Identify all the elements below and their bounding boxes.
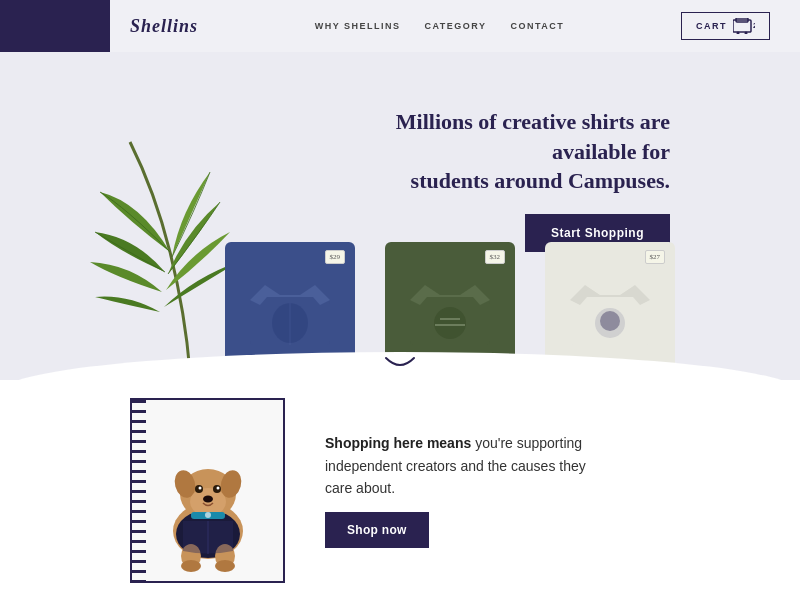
- hero-heading: Millions of creative shirts are availabl…: [390, 107, 670, 196]
- shirt-blue-image: $29: [225, 242, 355, 382]
- price-tag-white: $27: [645, 250, 666, 264]
- svg-point-27: [205, 512, 211, 518]
- shop-now-button[interactable]: Shop now: [325, 512, 429, 548]
- shirt-green-svg: [405, 275, 495, 350]
- svg-point-9: [434, 307, 466, 339]
- shirt-blue-svg: [245, 275, 335, 350]
- shirts-display: $29 $32: [200, 242, 700, 382]
- header: Shellins WHY SHELLINS CATEGORY CONTACT C…: [0, 0, 800, 52]
- bottom-section: Shopping here means you're supporting in…: [0, 380, 800, 600]
- dog-image-frame: [130, 398, 285, 583]
- shirt-white-item: $27: [545, 242, 675, 382]
- cart-label: CART: [696, 21, 727, 31]
- svg-point-14: [600, 311, 620, 331]
- bottom-description: Shopping here means you're supporting in…: [325, 432, 605, 499]
- cart-button[interactable]: CART 2: [681, 12, 770, 40]
- main-nav: WHY SHELLINS CATEGORY CONTACT: [315, 21, 565, 31]
- dog-image: [143, 421, 273, 581]
- price-tag-green: $32: [485, 250, 506, 264]
- shirt-blue-item: $29: [225, 242, 355, 382]
- svg-point-31: [215, 560, 235, 572]
- nav-item-why[interactable]: WHY SHELLINS: [315, 21, 401, 31]
- nav-item-category[interactable]: CATEGORY: [425, 21, 487, 31]
- shirt-white-image: $27: [545, 242, 675, 382]
- svg-point-25: [203, 495, 213, 502]
- svg-point-30: [181, 560, 201, 572]
- dog-svg: [153, 426, 263, 576]
- hero-text-block: Millions of creative shirts are availabl…: [390, 107, 670, 252]
- svg-point-23: [198, 486, 201, 489]
- scroll-indicator: [382, 354, 418, 382]
- bottom-text-block: Shopping here means you're supporting in…: [325, 432, 605, 547]
- bottom-text-bold: Shopping here means: [325, 435, 471, 451]
- hero-section: Millions of creative shirts are availabl…: [0, 52, 800, 392]
- price-tag-blue: $29: [325, 250, 346, 264]
- brand-logo: Shellins: [130, 16, 198, 37]
- svg-point-24: [216, 486, 219, 489]
- frame-dots: [132, 400, 146, 581]
- svg-text:2: 2: [753, 21, 755, 30]
- nav-item-contact[interactable]: CONTACT: [511, 21, 565, 31]
- cart-icon: 2: [733, 18, 755, 34]
- page-wrapper: Shellins WHY SHELLINS CATEGORY CONTACT C…: [0, 0, 800, 600]
- shirt-white-svg: [565, 275, 655, 350]
